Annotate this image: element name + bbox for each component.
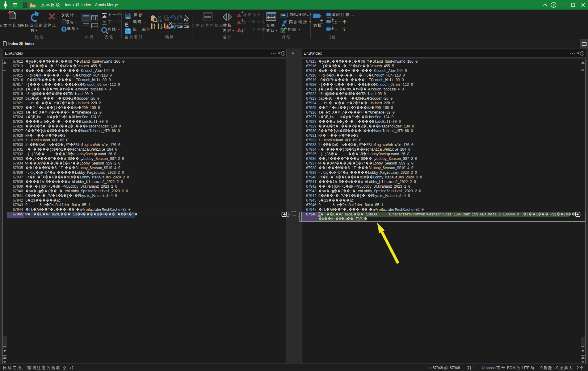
svg-text:!: ! [167,25,168,29]
svg-text:!: ! [239,29,240,32]
svg-text:XML: XML [281,14,287,17]
svg-text:É: É [125,22,128,28]
svg-text:!: ! [239,22,240,25]
svg-text:Σ: Σ [62,13,65,19]
svg-text:!: ! [239,15,240,18]
svg-text:?: ? [552,3,554,7]
